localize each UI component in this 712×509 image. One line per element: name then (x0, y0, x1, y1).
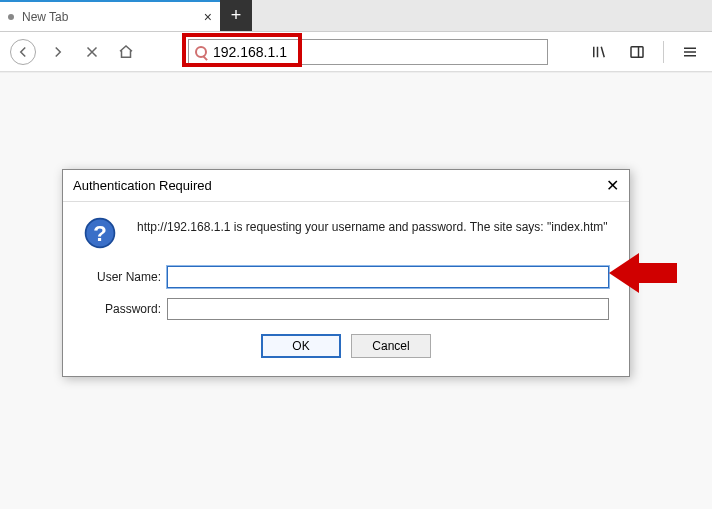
dialog-title: Authentication Required (73, 178, 212, 193)
new-tab-button[interactable]: + (220, 0, 252, 31)
page-content: Authentication Required ✕ ? http://192.1… (0, 72, 712, 509)
search-icon (195, 46, 207, 58)
username-input[interactable] (167, 266, 609, 288)
tab-loading-dot (8, 14, 14, 20)
tab-title: New Tab (22, 10, 68, 24)
dialog-message: http://192.168.1.1 is requesting your us… (137, 216, 608, 234)
menu-button[interactable] (678, 40, 702, 64)
library-icon (590, 43, 608, 61)
hamburger-icon (681, 43, 699, 61)
back-button[interactable] (10, 39, 36, 65)
sidebar-button[interactable] (625, 40, 649, 64)
tab-strip: New Tab × + (0, 0, 712, 32)
stop-button[interactable] (80, 40, 104, 64)
password-input[interactable] (167, 298, 609, 320)
arrow-left-icon (14, 43, 32, 61)
toolbar-divider (663, 41, 664, 63)
svg-rect-0 (631, 46, 643, 57)
arrow-right-icon (49, 43, 67, 61)
tab-close-icon[interactable]: × (204, 9, 212, 25)
home-icon (117, 43, 135, 61)
ok-button[interactable]: OK (261, 334, 341, 358)
forward-button[interactable] (46, 40, 70, 64)
auth-dialog: Authentication Required ✕ ? http://192.1… (62, 169, 630, 377)
home-button[interactable] (114, 40, 138, 64)
address-input[interactable] (213, 44, 541, 60)
svg-text:?: ? (93, 221, 107, 246)
dialog-titlebar: Authentication Required ✕ (63, 170, 629, 202)
question-icon: ? (83, 216, 117, 250)
sidebar-icon (628, 43, 646, 61)
library-button[interactable] (587, 40, 611, 64)
toolbar (0, 32, 712, 72)
address-bar[interactable] (188, 39, 548, 65)
cancel-button[interactable]: Cancel (351, 334, 431, 358)
close-icon (83, 43, 101, 61)
dialog-close-button[interactable]: ✕ (606, 176, 619, 195)
browser-tab[interactable]: New Tab × (0, 0, 220, 31)
password-label: Password: (83, 302, 161, 316)
username-label: User Name: (83, 270, 161, 284)
